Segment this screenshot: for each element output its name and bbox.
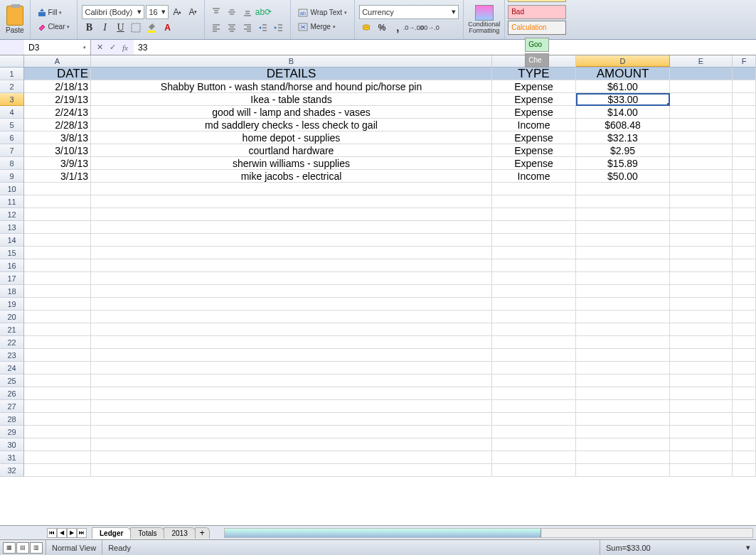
cell[interactable] — [492, 336, 576, 349]
cell[interactable] — [576, 451, 670, 464]
cell[interactable]: $608.48 — [576, 119, 670, 131]
cell[interactable] — [576, 323, 670, 336]
cell[interactable] — [492, 387, 576, 400]
cell[interactable]: DATE — [24, 68, 91, 80]
cell[interactable] — [576, 400, 670, 413]
cell[interactable] — [670, 80, 733, 93]
cell[interactable] — [733, 349, 756, 362]
cell[interactable] — [733, 298, 756, 311]
cell[interactable] — [91, 362, 492, 375]
cell[interactable]: sherwin williams - supplies — [91, 157, 492, 170]
cell[interactable] — [733, 400, 756, 413]
cell[interactable]: 3/1/13 — [24, 170, 91, 183]
cell[interactable]: courtland hardware — [91, 144, 492, 157]
horizontal-scrollbar[interactable] — [224, 528, 753, 538]
cell[interactable]: 3/10/13 — [24, 144, 91, 157]
cell[interactable] — [576, 183, 670, 195]
font-size-select[interactable]: 16▾ — [146, 5, 169, 19]
cell[interactable]: Expense — [492, 80, 576, 93]
align-right-button[interactable] — [240, 21, 255, 35]
name-box[interactable]: D3▾ — [24, 40, 91, 55]
cell[interactable]: Expense — [492, 131, 576, 144]
row-header[interactable]: 32 — [0, 464, 24, 477]
row-header[interactable]: 14 — [0, 234, 24, 247]
row-header[interactable]: 20 — [0, 311, 24, 323]
cell[interactable] — [670, 106, 733, 119]
number-format-select[interactable]: Currency▾ — [359, 5, 459, 19]
cell[interactable] — [492, 285, 576, 298]
borders-button[interactable] — [129, 21, 143, 35]
fill-button[interactable]: Fill▾ — [35, 6, 73, 19]
cell[interactable] — [670, 170, 733, 183]
cell[interactable]: home depot - supplies — [91, 131, 492, 144]
normal-view-button[interactable]: ▦ — [3, 542, 16, 554]
cell[interactable] — [492, 349, 576, 362]
row-header[interactable]: 19 — [0, 298, 24, 311]
cell[interactable] — [576, 349, 670, 362]
cell[interactable] — [24, 387, 91, 400]
cell[interactable] — [24, 285, 91, 298]
cell[interactable] — [91, 336, 492, 349]
cell[interactable] — [492, 400, 576, 413]
cell[interactable] — [91, 400, 492, 413]
cell[interactable]: Shabby Button - wash stand/horse and hou… — [91, 80, 492, 93]
cell[interactable] — [670, 221, 733, 234]
cell[interactable] — [733, 80, 756, 93]
cell[interactable] — [670, 93, 733, 106]
cell[interactable] — [733, 311, 756, 323]
cell[interactable]: $15.89 — [576, 157, 670, 170]
font-name-select[interactable]: Calibri (Body)▾ — [82, 5, 144, 19]
cell[interactable]: 2/18/13 — [24, 80, 91, 93]
cell[interactable] — [492, 311, 576, 323]
cell[interactable] — [576, 208, 670, 221]
currency-button[interactable] — [359, 21, 373, 35]
cell[interactable] — [670, 400, 733, 413]
cell[interactable] — [733, 170, 756, 183]
cell[interactable] — [733, 387, 756, 400]
align-bottom-button[interactable] — [240, 5, 255, 19]
cell[interactable] — [670, 119, 733, 131]
cell[interactable]: mike jacobs - electrical — [91, 170, 492, 183]
cell[interactable] — [91, 259, 492, 272]
row-header[interactable]: 17 — [0, 272, 24, 285]
cell[interactable] — [670, 234, 733, 247]
row-header[interactable]: 9 — [0, 170, 24, 183]
wrap-text-button[interactable]: abWrap Text▾ — [295, 6, 350, 19]
cell[interactable] — [670, 183, 733, 195]
row-header[interactable]: 29 — [0, 426, 24, 438]
cell[interactable] — [670, 464, 733, 477]
cell[interactable] — [733, 195, 756, 208]
cell[interactable]: md saddlery checks - less check to gail — [91, 119, 492, 131]
tab-nav-first[interactable]: ⏮ — [47, 528, 57, 538]
cell[interactable] — [733, 144, 756, 157]
cell[interactable] — [24, 362, 91, 375]
row-header[interactable]: 12 — [0, 208, 24, 221]
column-header-B[interactable]: B — [91, 55, 492, 67]
style-check-cell[interactable]: Che — [525, 53, 549, 68]
percent-button[interactable]: % — [375, 21, 389, 35]
style-neutral[interactable]: Neutral — [508, 0, 566, 2]
cell[interactable] — [576, 387, 670, 400]
cancel-formula-button[interactable]: ✕ — [94, 42, 105, 53]
cell[interactable]: Ikea - table stands — [91, 93, 492, 106]
confirm-formula-button[interactable]: ✓ — [107, 42, 118, 53]
row-header[interactable]: 30 — [0, 438, 24, 451]
row-header[interactable]: 22 — [0, 336, 24, 349]
cell[interactable] — [733, 451, 756, 464]
row-header[interactable]: 2 — [0, 80, 24, 93]
row-header[interactable]: 21 — [0, 323, 24, 336]
cell[interactable]: $2.95 — [576, 144, 670, 157]
status-sum[interactable]: Sum=$33.00▾ — [600, 540, 756, 555]
row-header[interactable]: 13 — [0, 221, 24, 234]
cell[interactable] — [24, 298, 91, 311]
cell[interactable] — [24, 221, 91, 234]
cell[interactable] — [24, 375, 91, 387]
row-header[interactable]: 6 — [0, 131, 24, 144]
cell[interactable] — [733, 375, 756, 387]
cell[interactable] — [670, 413, 733, 426]
cell[interactable] — [576, 259, 670, 272]
cell[interactable] — [576, 413, 670, 426]
cell[interactable] — [733, 157, 756, 170]
cell[interactable] — [24, 247, 91, 259]
cell[interactable] — [576, 298, 670, 311]
